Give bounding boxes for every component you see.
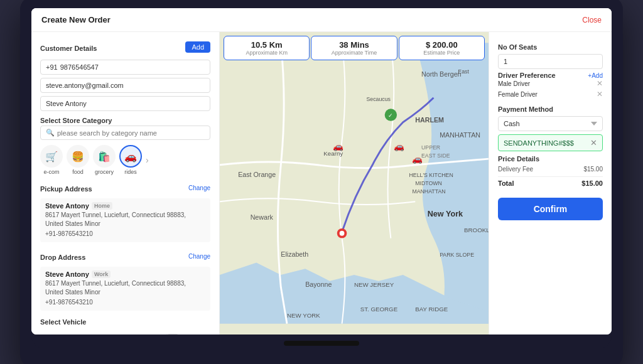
- drop-name-row: Steve Antony Work: [45, 270, 205, 278]
- svg-text:UPPER: UPPER: [421, 145, 440, 151]
- category-search-wrapper[interactable]: 🔍: [40, 126, 210, 140]
- svg-text:New York: New York: [428, 210, 463, 219]
- add-driver-link[interactable]: +Add: [588, 72, 603, 79]
- driver-pref-label: Driver Preference: [498, 72, 556, 79]
- category-ecom[interactable]: 🛒 e-com: [40, 145, 63, 175]
- stat-km-label: Approximate Km: [230, 50, 303, 56]
- delivery-fee-value: $15.00: [583, 166, 603, 173]
- drop-label: Drop Address: [40, 254, 85, 261]
- svg-text:MANHATTAN: MANHATTAN: [412, 188, 445, 195]
- food-label: food: [72, 169, 84, 175]
- svg-text:MIDTOWN: MIDTOWN: [415, 180, 442, 186]
- svg-text:Secaucus: Secaucus: [366, 96, 391, 102]
- svg-text:NEW JERSEY: NEW JERSEY: [354, 281, 394, 288]
- vehicle-micro[interactable]: 🚙 Micro $150.00: [78, 327, 113, 335]
- category-search-input[interactable]: [57, 129, 205, 137]
- modal-header: Create New Order Close: [31, 8, 612, 32]
- add-customer-button[interactable]: Add: [185, 41, 210, 53]
- search-icon: 🔍: [46, 129, 55, 137]
- driver-pref-header: Driver Preference +Add: [498, 72, 603, 79]
- left-panel: Customer Details Add +91 Select Store Ca…: [31, 8, 220, 335]
- drop-header: Drop Address Change: [40, 247, 210, 265]
- phone-prefix: +91: [46, 63, 58, 71]
- categories-chevron-right[interactable]: ›: [146, 155, 149, 165]
- phone-field[interactable]: [60, 63, 205, 71]
- pickup-phone: +91-9876543210: [45, 230, 205, 238]
- category-grocery[interactable]: 🛍️ grocery: [93, 145, 116, 175]
- total-label: Total: [498, 179, 514, 187]
- stat-price-label: Estimate Price: [406, 50, 478, 56]
- grocery-label: grocery: [95, 169, 114, 175]
- pickup-address-block: Steve Antony Home 8617 Mayert Tunnel, Lu…: [40, 198, 210, 242]
- svg-text:North Bergen: North Bergen: [421, 70, 462, 78]
- drop-change[interactable]: Change: [188, 253, 210, 260]
- total-row: Total $15.00: [498, 176, 603, 187]
- stat-price-value: $ 200.00: [406, 40, 478, 50]
- close-button[interactable]: Close: [582, 16, 602, 24]
- female-driver-label: Female Driver: [498, 91, 538, 98]
- svg-text:BAY RIDGE: BAY RIDGE: [415, 306, 448, 313]
- svg-text:NEW YORK: NEW YORK: [287, 312, 320, 319]
- drop-address-text: 8617 Mayert Tunnel, Luciefurt, Connectic…: [45, 279, 205, 297]
- categories-row: 🛒 e-com 🍔 food 🛍️ grocery 🚗 rides: [40, 145, 210, 175]
- rides-icon: 🚗: [119, 145, 142, 168]
- remove-female-driver[interactable]: ✕: [597, 90, 603, 99]
- map-car-1: 🚗: [333, 142, 343, 153]
- stat-time-value: 38 Mins: [318, 40, 390, 50]
- payment-method-select[interactable]: Cash Card Wallet: [498, 116, 603, 131]
- svg-text:Elizabeth: Elizabeth: [281, 250, 308, 258]
- coupon-remove-icon[interactable]: ✕: [590, 138, 597, 147]
- mini-icon: 🚗: [42, 327, 73, 335]
- payment-label: Payment Method: [498, 105, 603, 113]
- sedan-icon: 🚕: [117, 327, 149, 335]
- pickup-label: Pickup Address: [40, 185, 92, 193]
- confirm-button[interactable]: Confirm: [498, 198, 603, 220]
- phone-input-wrapper[interactable]: +91: [40, 60, 210, 75]
- vehicles-row: 🚗 Mini $200.00 🚙 Micro $150.00 🚕 Sedan $…: [40, 327, 210, 335]
- drop-tag: Work: [92, 270, 111, 278]
- grocery-icon: 🛍️: [93, 145, 116, 168]
- svg-text:HARLEM: HARLEM: [415, 116, 444, 124]
- pickup-name-row: Steve Antony Home: [45, 202, 205, 210]
- remove-male-driver[interactable]: ✕: [597, 79, 603, 88]
- vehicle-sedan[interactable]: 🚕 Sedan $190.01: [116, 327, 151, 335]
- total-value: $15.00: [581, 179, 603, 187]
- price-details-label: Price Details: [498, 155, 603, 163]
- male-driver-row: Male Driver ✕: [498, 79, 603, 88]
- rides-label: rides: [124, 169, 137, 175]
- category-rides[interactable]: 🚗 rides: [119, 145, 142, 175]
- pickup-person-name: Steve Antony: [45, 202, 89, 210]
- svg-text:HELL'S KITCHEN: HELL'S KITCHEN: [409, 172, 453, 178]
- pickup-change[interactable]: Change: [188, 185, 210, 191]
- ecom-label: e-com: [43, 169, 59, 175]
- pickup-tag: Home: [92, 202, 112, 210]
- modal-title: Create New Order: [41, 15, 111, 24]
- svg-text:East: East: [458, 68, 469, 75]
- svg-text:EAST SIDE: EAST SIDE: [421, 153, 450, 159]
- svg-text:Newark: Newark: [251, 213, 274, 221]
- female-driver-row: Female Driver ✕: [498, 90, 603, 99]
- ecom-icon: 🛒: [40, 145, 63, 168]
- store-category-label: Select Store Category: [40, 117, 112, 124]
- svg-text:BROOKLYN: BROOKLYN: [464, 227, 489, 233]
- seats-label: No Of Seats: [498, 43, 603, 51]
- name-field[interactable]: [40, 96, 210, 111]
- seats-input[interactable]: [498, 54, 603, 69]
- svg-text:East Orange: East Orange: [238, 171, 276, 178]
- food-icon: 🍔: [67, 145, 89, 168]
- vehicle-section-label: Select Vehicle: [40, 318, 86, 326]
- email-field[interactable]: [40, 78, 210, 93]
- map-car-3: 🚗: [412, 154, 423, 164]
- map-svg: East Orange Kearny HARLEM UPPER EAST SID…: [220, 32, 489, 335]
- coupon-row: SENDANYTHING#$$$ ✕: [498, 134, 603, 151]
- drop-phone: +91-9876543210: [45, 298, 205, 307]
- delivery-fee-label: Delivery Fee: [498, 166, 533, 173]
- category-food[interactable]: 🍔 food: [67, 145, 89, 175]
- vehicle-suv[interactable]: 🚐 SUV $200.01: [153, 327, 188, 335]
- right-panel: No Of Seats Driver Preference +Add Male …: [489, 8, 612, 335]
- delivery-fee-row: Delivery Fee $15.00: [498, 166, 603, 173]
- vehicle-mini[interactable]: 🚗 Mini $200.00: [40, 327, 75, 335]
- male-driver-label: Male Driver: [498, 80, 530, 87]
- coupon-code: SENDANYTHING#$$$: [504, 139, 590, 147]
- pickup-header: Pickup Address Change: [40, 179, 210, 196]
